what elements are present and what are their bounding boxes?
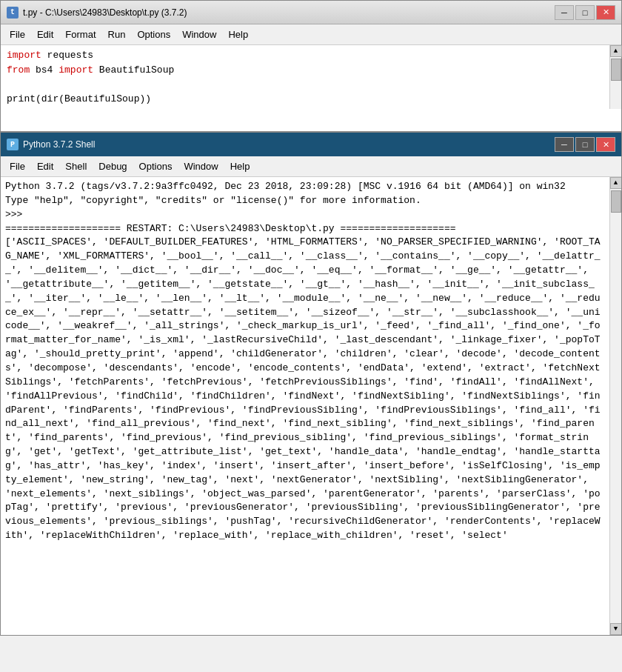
code-print: print(dir(BeautifulSoup))	[7, 93, 151, 104]
shell-menu-bar: File Edit Shell Debug Options Window Hel…	[1, 156, 621, 177]
code-line-2: from bs4 import BeautifulSoup	[7, 63, 603, 78]
menu-run[interactable]: Run	[102, 27, 132, 41]
shell-menu-file[interactable]: File	[4, 159, 31, 173]
menu-edit[interactable]: Edit	[31, 27, 59, 41]
code-requests: requests	[41, 50, 93, 61]
shell-window: P Python 3.7.2 Shell ─ □ ✕ File Edit She…	[0, 132, 622, 636]
editor-maximize-button[interactable]: □	[575, 5, 595, 20]
keyword-from: from	[7, 64, 30, 76]
keyword-import: import	[7, 50, 41, 61]
shell-title-left: P Python 3.7.2 Shell	[7, 139, 95, 150]
editor-window: t t.py - C:\Users\24983\Desktop\t.py (3.…	[0, 0, 622, 132]
code-line-4: print(dir(BeautifulSoup))	[7, 92, 603, 107]
keyword-import-2: import	[58, 64, 93, 76]
shell-menu-shell[interactable]: Shell	[59, 159, 93, 173]
editor-code[interactable]: import requests from bs4 import Beautifu…	[1, 45, 609, 109]
version-line: Python 3.7.2 (tags/v3.7.2:9a3ffc0492, De…	[5, 180, 605, 194]
shell-menu-window[interactable]: Window	[178, 159, 224, 173]
shell-scroll-down[interactable]: ▼	[610, 623, 622, 635]
code-beautifulsoup: BeautifulSoup	[93, 64, 174, 76]
shell-menu-edit[interactable]: Edit	[31, 159, 59, 173]
restart-line: ==================== RESTART: C:\Users\2…	[5, 222, 605, 236]
editor-minimize-button[interactable]: ─	[555, 5, 574, 20]
shell-scroll-up[interactable]: ▲	[610, 177, 622, 189]
scroll-thumb[interactable]	[611, 59, 621, 81]
editor-close-button[interactable]: ✕	[596, 5, 615, 20]
editor-body: import requests from bs4 import Beautifu…	[1, 45, 621, 109]
shell-title-text: Python 3.7.2 Shell	[23, 139, 95, 150]
shell-menu-options[interactable]: Options	[133, 159, 178, 173]
type-line: Type "help", "copyright", "credits" or "…	[5, 194, 605, 208]
code-bs4: bs4	[30, 64, 58, 76]
editor-menu-bar: File Edit Format Run Options Window Help	[1, 24, 621, 45]
menu-help[interactable]: Help	[222, 27, 254, 41]
editor-title-left: t t.py - C:\Users\24983\Desktop\t.py (3.…	[7, 7, 187, 19]
menu-file[interactable]: File	[4, 27, 31, 41]
shell-scrollbar[interactable]: ▲ ▼	[609, 177, 621, 635]
editor-scrollbar[interactable]: ▲	[609, 45, 621, 109]
shell-title-bar: P Python 3.7.2 Shell ─ □ ✕	[1, 133, 621, 156]
shell-maximize-button[interactable]: □	[575, 137, 595, 152]
menu-window[interactable]: Window	[176, 27, 222, 41]
editor-title-text: t.py - C:\Users\24983\Desktop\t.py (3.7.…	[23, 7, 187, 18]
editor-icon: t	[7, 7, 19, 19]
menu-format[interactable]: Format	[59, 27, 101, 41]
shell-output-text: ['ASCII_SPACES', 'DEFAULT_BUILDER_FEATUR…	[5, 236, 605, 543]
shell-icon: P	[7, 139, 19, 150]
shell-close-button[interactable]: ✕	[596, 137, 615, 152]
code-line-1: import requests	[7, 48, 603, 63]
shell-body: Python 3.7.2 (tags/v3.7.2:9a3ffc0492, De…	[1, 177, 621, 635]
shell-scroll-thumb[interactable]	[611, 190, 621, 213]
menu-options[interactable]: Options	[131, 27, 176, 41]
shell-minimize-button[interactable]: ─	[555, 137, 574, 152]
shell-output[interactable]: Python 3.7.2 (tags/v3.7.2:9a3ffc0492, De…	[1, 177, 609, 635]
editor-title-controls: ─ □ ✕	[555, 5, 615, 20]
scroll-up-arrow[interactable]: ▲	[610, 45, 622, 57]
prompt-line: >>>	[5, 208, 605, 222]
editor-title-bar: t t.py - C:\Users\24983\Desktop\t.py (3.…	[1, 1, 621, 24]
shell-title-controls: ─ □ ✕	[555, 137, 615, 152]
code-line-3	[7, 77, 603, 92]
shell-menu-help[interactable]: Help	[224, 159, 256, 173]
shell-menu-debug[interactable]: Debug	[93, 159, 133, 173]
